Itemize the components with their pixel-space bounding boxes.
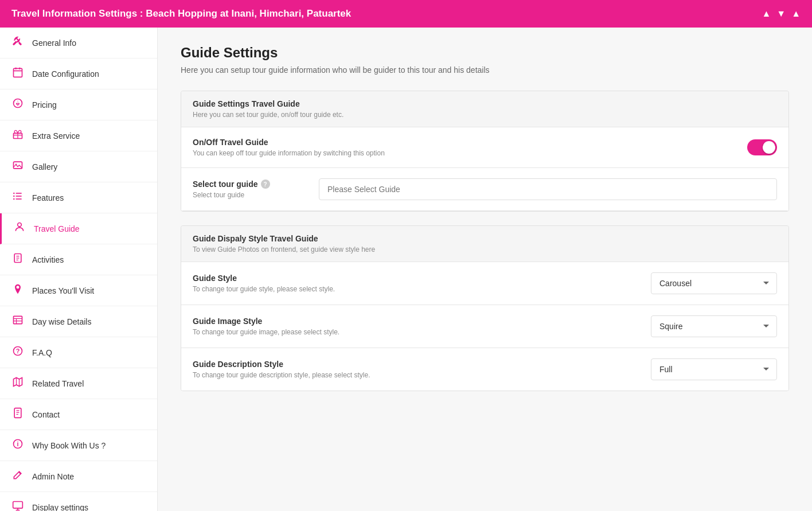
select-guide-row: Select tour guide ? Select tour guide [181,168,788,211]
guide-style-row: Guide Style To change tour guide style, … [181,262,788,305]
svg-rect-19 [14,316,22,323]
sidebar-item-day-wise[interactable]: Day wise Details [0,306,157,337]
expand-icon[interactable]: ▲ [791,9,801,19]
sidebar-item-features[interactable]: Features [0,182,157,213]
sidebar-item-why-book[interactable]: i Why Book With Us ? [0,430,157,461]
edit-icon [11,469,24,483]
guide-settings-header: Guide Settings Travel Guide Here you can… [181,91,788,127]
clipboard-icon [11,252,24,267]
sidebar-label-general-info: General Info [32,38,76,48]
select-guide-input-area [319,178,777,200]
page-title: Guide Settings [181,45,789,61]
sidebar-item-related-travel[interactable]: Related Travel [0,368,157,399]
layout: General Info Date Configuration Pricing … [0,28,812,511]
sidebar-item-places[interactable]: Places You'll Visit [0,275,157,306]
sidebar-item-contact[interactable]: Contact [0,399,157,430]
guide-settings-title: Guide Settings Travel Guide [193,99,777,108]
sidebar-item-faq[interactable]: ? F.A.Q [0,337,157,368]
select-guide-title: Select tour guide ? [193,180,307,189]
toggle-title: On/Off Travel Guide [193,138,385,147]
guide-style-label: Guide Style [193,274,335,283]
pin-icon [11,283,24,298]
guide-style-title: Guide Dispaly Style Travel Guide [193,234,777,243]
select-guide-label: Select tour guide ? Select tour guide [193,180,307,199]
guide-settings-subtitle: Here you can set tour guide, on/off tour… [193,111,777,119]
document-icon [11,407,24,422]
sidebar-label-places: Places You'll Visit [32,286,94,295]
calendar-icon [11,67,24,81]
sidebar-label-admin-note: Admin Note [32,472,74,481]
svg-rect-0 [14,68,22,77]
guide-style-label-area: Guide Style To change tour guide style, … [193,274,335,293]
toggle-thumb [763,141,775,154]
header-title: Travel Information Settings : Beach Hopp… [11,8,351,19]
sidebar-label-date-configuration: Date Configuration [32,69,99,79]
chevron-down-icon[interactable]: ▼ [776,9,786,19]
guide-style-header: Guide Dispaly Style Travel Guide To view… [181,226,788,262]
sidebar-item-activities[interactable]: Activities [0,244,157,275]
sidebar: General Info Date Configuration Pricing … [0,28,158,511]
gift-icon [11,128,24,143]
svg-point-12 [13,196,15,197]
desc-style-label-area: Guide Description Style To change tour g… [193,360,370,379]
sidebar-label-related-travel: Related Travel [32,379,84,388]
money-icon [11,97,24,112]
select-guide-sublabel: Select tour guide [193,191,307,199]
wrench-icon [11,36,24,50]
sidebar-label-contact: Contact [32,410,60,419]
travel-guide-toggle[interactable] [747,139,777,155]
main-content: Guide Settings Here you can setup tour g… [158,28,812,511]
select-guide-input[interactable] [319,178,777,200]
image-style-select[interactable]: Squire Circle Rounded [651,315,777,337]
info-icon: i [11,438,24,453]
image-style-label: Guide Image Style [193,317,339,326]
guide-style-select[interactable]: Carousel Grid List [651,272,777,294]
sidebar-item-admin-note[interactable]: Admin Note [0,461,157,492]
list-icon [11,190,24,205]
chevron-up-icon[interactable]: ▲ [762,9,771,19]
sidebar-item-gallery[interactable]: Gallery [0,151,157,182]
svg-rect-27 [14,408,21,418]
sidebar-item-display-settings[interactable]: Display settings [0,492,157,511]
svg-point-11 [13,193,15,194]
sidebar-item-travel-guide[interactable]: Travel Guide [0,213,157,244]
desc-style-row: Guide Description Style To change tour g… [181,348,788,391]
desc-style-label: Guide Description Style [193,360,370,369]
sidebar-label-pricing: Pricing [32,100,57,110]
sidebar-item-date-configuration[interactable]: Date Configuration [0,58,157,89]
sidebar-item-pricing[interactable]: Pricing [0,89,157,120]
toggle-label-area: On/Off Travel Guide You can keep off tou… [193,138,385,157]
person-icon [13,221,26,236]
question-icon: ? [11,345,24,360]
monitor-icon [11,500,24,511]
map-icon [11,376,24,391]
sidebar-label-display-settings: Display settings [32,503,88,512]
svg-point-14 [18,223,22,227]
toggle-row: On/Off Travel Guide You can keep off tou… [181,127,788,168]
desc-style-select[interactable]: Full Short None [651,358,777,380]
image-icon [11,159,24,174]
toggle-subtitle: You can keep off tour guide information … [193,149,385,157]
table-icon [11,314,24,329]
sidebar-label-gallery: Gallery [32,162,57,171]
sidebar-label-why-book: Why Book With Us ? [32,441,106,450]
svg-point-13 [13,198,15,200]
guide-style-subtitle: To view Guide Photos on frontend, set gu… [193,245,777,253]
svg-text:i: i [17,440,18,447]
sidebar-item-extra-service[interactable]: Extra Service [0,120,157,151]
sidebar-item-general-info[interactable]: General Info [0,28,157,58]
sidebar-label-extra-service: Extra Service [32,131,80,141]
sidebar-label-travel-guide: Travel Guide [34,224,80,233]
sidebar-label-features: Features [32,193,64,202]
svg-text:?: ? [16,348,20,354]
image-style-sublabel: To change tour guide image, please selec… [193,328,339,336]
header-controls: ▲ ▼ ▲ [762,9,801,19]
image-style-row: Guide Image Style To change tour guide i… [181,305,788,348]
svg-rect-33 [13,502,23,509]
app-header: Travel Information Settings : Beach Hopp… [0,0,812,28]
guide-style-sublabel: To change tour guide style, please selec… [193,285,335,293]
page-subtitle: Here you can setup tour guide informatio… [181,65,789,75]
sidebar-label-activities: Activities [32,255,64,264]
desc-style-sublabel: To change tour guide description style, … [193,371,370,379]
help-icon[interactable]: ? [261,180,270,189]
